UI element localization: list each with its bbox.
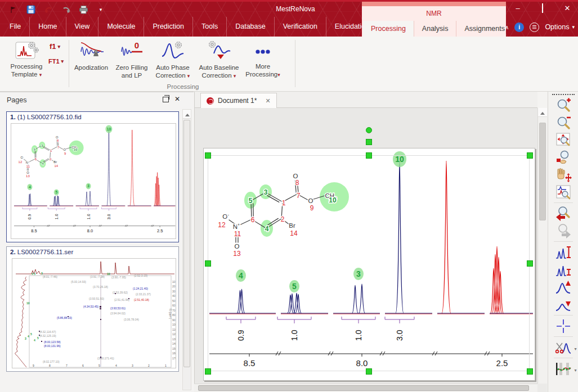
- info-icon[interactable]: i: [514, 22, 524, 32]
- baseline-correction-icon[interactable]: ▾: [552, 360, 575, 377]
- nmr-context-accent: [362, 2, 506, 6]
- selection-handle-bottom-left[interactable]: [205, 368, 211, 375]
- autoscale-up-icon[interactable]: [552, 278, 575, 296]
- vertical-scrollbar-thumb[interactable]: [539, 123, 546, 220]
- y-tick-label: 100: [172, 323, 176, 326]
- annotation-label: {4.34,53.45}: [83, 305, 98, 308]
- pages-scrollbar[interactable]: [182, 109, 191, 390]
- more-processing-button[interactable]: More Processing▾: [244, 40, 281, 79]
- y-tick-label: 40: [172, 294, 176, 298]
- toolbar-drag-handle[interactable]: [552, 94, 575, 95]
- page-thumbnail-2[interactable]: 2. LS00027756.11.ser f1 (ppm) {8.01,-7.4…: [6, 246, 179, 372]
- annotation-label: {3.90,-7.95}: [111, 276, 126, 279]
- multi-spectra-zoom-icon[interactable]: [552, 183, 575, 201]
- selection-handle-top-center[interactable]: [366, 152, 372, 159]
- integral-value: 1.0: [354, 330, 363, 341]
- right-toolbar: ▾ ▾: [548, 92, 578, 392]
- molecule-structure[interactable]: O O CH3 Br N+ O- O 1 2 3 4 5 6 7: [218, 173, 349, 258]
- document-tab[interactable]: Document 1* ✕: [200, 93, 277, 108]
- print-icon[interactable]: [78, 4, 89, 15]
- annotation-label: {8.32,125.19}: [39, 334, 56, 337]
- horizontal-scrollbar[interactable]: [194, 384, 537, 392]
- zoom-in-icon[interactable]: [552, 96, 575, 114]
- scroll-up-arrow[interactable]: [183, 110, 191, 119]
- menu-tab-molecule[interactable]: Molecule: [98, 17, 144, 37]
- options-button[interactable]: Options▾: [545, 23, 575, 31]
- document-canvas[interactable]: O O CH3 Br N+ O- O 1 2 3 4 5 6 7: [194, 108, 537, 384]
- next-zoom-icon[interactable]: [552, 222, 575, 240]
- apodization-button[interactable]: Apodization: [72, 40, 110, 71]
- menu-tab-processing[interactable]: Processing: [363, 21, 414, 37]
- annotation-label: {3.93,53.61}: [110, 307, 126, 310]
- undo-icon[interactable]: [43, 4, 54, 15]
- selection-handle-top-left[interactable]: [205, 152, 211, 159]
- window-close-button[interactable]: ✕: [561, 3, 573, 13]
- qat-customize-icon[interactable]: ▾: [95, 4, 106, 15]
- menu-tab-file[interactable]: File: [1, 17, 29, 37]
- menu-tab-prediction[interactable]: Prediction: [144, 17, 192, 37]
- auto-baseline-correction-button[interactable]: Auto Baseline Correction ▾: [196, 40, 242, 80]
- increase-intensity-icon[interactable]: [552, 244, 575, 261]
- menu-tab-verification[interactable]: Verification: [274, 17, 326, 37]
- ft1-dropdown[interactable]: FT1▾: [48, 58, 64, 65]
- vertical-scrollbar[interactable]: [537, 108, 547, 384]
- selection-handle-top-offset[interactable]: [366, 139, 372, 145]
- svg-text:7: 7: [297, 192, 301, 200]
- menu-tab-assignments[interactable]: Assignments: [456, 21, 513, 37]
- red-trace: [209, 161, 533, 314]
- auto-phase-correction-button[interactable]: Auto Phase Correction ▾: [153, 40, 192, 80]
- page-thumbnail-1[interactable]: 1. (1) LS00027756.10.fid: [6, 111, 179, 242]
- more-processing-icon: [252, 40, 274, 61]
- window-maximize-button[interactable]: [536, 3, 549, 13]
- x-tick-label: 6: [82, 364, 84, 367]
- zero-filling-icon: 0: [119, 40, 145, 62]
- annotation-label: {3.06,78.04}: [124, 318, 139, 321]
- autoscale-down-icon[interactable]: [552, 296, 575, 313]
- peak-assignment-label: 4: [239, 271, 243, 280]
- redo-icon[interactable]: [60, 4, 71, 15]
- collapse-ribbon-icon[interactable]: ∧: [505, 24, 509, 30]
- zero-filling-button[interactable]: 0 Zero Filling and LP: [113, 40, 151, 79]
- processing-template-button[interactable]: Processing Template ▾: [7, 40, 46, 79]
- pages-panel-header: Pages ✕: [0, 92, 194, 108]
- menu-tab-analysis[interactable]: Analysis: [414, 21, 456, 37]
- pan-icon[interactable]: [552, 166, 575, 183]
- menu-tab-view[interactable]: View: [66, 17, 98, 37]
- menu-tab-database[interactable]: Database: [226, 17, 274, 37]
- assignment-label: 10: [107, 272, 110, 276]
- crosshair-icon[interactable]: [552, 317, 575, 335]
- horizontal-scrollbar-thumb[interactable]: [198, 385, 529, 391]
- y-tick-label: 140: [172, 342, 176, 345]
- annotation-label: {8.02,177.10}: [43, 360, 60, 363]
- selection-handle-bottom-right[interactable]: [527, 368, 533, 375]
- pages-scrollbar-thumb[interactable]: [183, 120, 190, 367]
- assignment-label: 3: [25, 337, 26, 340]
- selection-handle-top-right[interactable]: [527, 152, 533, 159]
- fit-to-window-icon[interactable]: [552, 131, 575, 148]
- selection-handle-mid-left[interactable]: [205, 260, 211, 267]
- save-icon[interactable]: [25, 4, 37, 15]
- rotation-handle[interactable]: [366, 127, 372, 133]
- clipboard-icon[interactable]: [530, 22, 539, 32]
- cut-spectrum-icon[interactable]: ▾: [552, 339, 575, 356]
- svg-text:5: 5: [249, 197, 253, 205]
- zoom-out-icon[interactable]: [552, 114, 575, 131]
- document-tab-close-icon[interactable]: ✕: [265, 97, 270, 105]
- annotation-label: {2.51,40.18}: [134, 298, 149, 301]
- window-minimize-button[interactable]: –: [512, 3, 524, 13]
- scroll-up-arrow[interactable]: [538, 108, 547, 117]
- previous-zoom-icon[interactable]: [552, 205, 575, 222]
- y-tick-label: 70: [172, 309, 176, 312]
- pages-float-icon[interactable]: [163, 97, 169, 102]
- menu-tab-home[interactable]: Home: [29, 17, 65, 37]
- ribbon: Processing Template ▾ f1▾ FT1▾ Apodizati…: [0, 37, 578, 92]
- menu-tab-tools[interactable]: Tools: [192, 17, 226, 37]
- selection-handle-mid-right[interactable]: [527, 260, 533, 267]
- selection-handle-bottom-center[interactable]: [366, 368, 372, 375]
- f1-dropdown[interactable]: f1▾: [50, 42, 60, 51]
- zoom-selection-icon[interactable]: [552, 148, 575, 166]
- nmr-spectrum[interactable]: 8.58.02.50.91.01.03.045310: [209, 151, 533, 368]
- bookmark-flag-icon[interactable]: [8, 4, 19, 15]
- decrease-intensity-icon[interactable]: [552, 261, 575, 278]
- pages-close-icon[interactable]: ✕: [174, 95, 180, 103]
